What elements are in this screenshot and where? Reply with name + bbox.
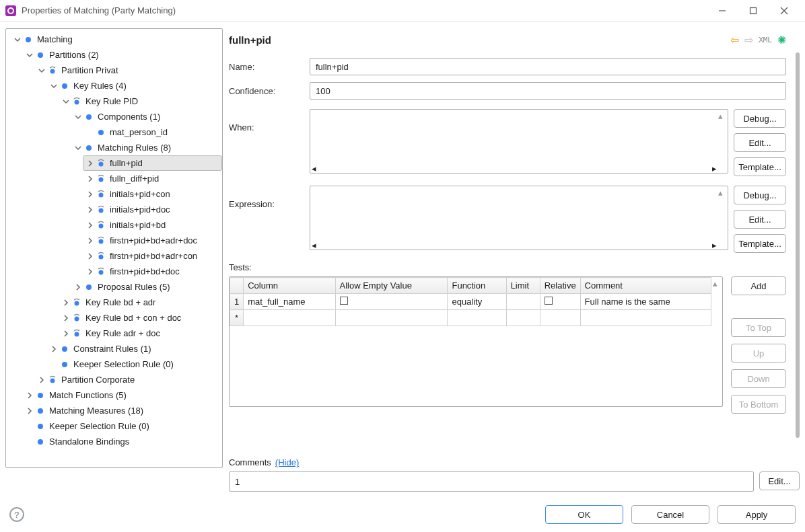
panel-scrollbar[interactable] — [796, 52, 800, 438]
chevron-right-icon[interactable] — [25, 391, 34, 400]
expr-edit-button[interactable]: Edit... — [734, 210, 786, 229]
when-debug-button[interactable]: Debug... — [734, 109, 786, 128]
scroll-left-icon[interactable]: ◂ — [312, 163, 316, 172]
chevron-right-icon[interactable] — [37, 375, 46, 385]
expr-template-button[interactable]: Template... — [734, 234, 786, 253]
minimize-button[interactable] — [707, 1, 738, 21]
chevron-down-icon[interactable] — [13, 35, 22, 44]
tree-components[interactable]: Components (1) — [71, 109, 222, 124]
chevron-right-icon[interactable] — [85, 252, 95, 261]
tree-partition-corporate[interactable]: Partition Corporate — [34, 372, 222, 387]
cancel-button[interactable]: Cancel — [631, 505, 709, 524]
to-bottom-button[interactable]: To Bottom — [731, 395, 786, 414]
tree-key-rule-bd-con-doc[interactable]: Key Rule bd + con + doc — [59, 310, 222, 326]
cell-limit[interactable] — [506, 294, 540, 310]
col-limit[interactable]: Limit — [506, 278, 540, 294]
tree-key-rule-bd-adr[interactable]: Key Rule bd + adr — [59, 295, 222, 310]
tree-rule-fulln-pid[interactable]: fulln+pid — [83, 155, 222, 171]
tree-partitions[interactable]: Partitions (2) — [22, 47, 222, 63]
tree-keeper-selection-2[interactable]: Keeper Selection Rule (0) — [22, 418, 222, 434]
to-top-button[interactable]: To Top — [731, 318, 786, 337]
name-input[interactable] — [310, 58, 786, 75]
back-arrow-icon[interactable]: ⇦ — [730, 34, 739, 46]
chevron-down-icon[interactable] — [25, 50, 34, 60]
comments-input[interactable] — [229, 471, 754, 492]
tree-keeper-selection[interactable]: Keeper Selection Rule (0) — [46, 356, 222, 372]
col-function[interactable]: Function — [448, 278, 506, 294]
chevron-down-icon[interactable] — [37, 66, 46, 75]
tree-rule-item[interactable]: initials+pid+bd — [83, 217, 222, 233]
scroll-right-icon[interactable]: ▸ — [712, 240, 717, 248]
cell-function[interactable]: equality — [448, 294, 506, 310]
col-allow-empty[interactable]: Allow Empty Value — [335, 278, 448, 294]
chevron-down-icon[interactable] — [49, 81, 59, 91]
chevron-right-icon[interactable] — [73, 282, 83, 292]
tree-rule-item[interactable]: initials+pid+doc — [83, 202, 222, 217]
apply-button[interactable]: Apply — [718, 505, 796, 524]
scroll-left-icon[interactable]: ◂ — [312, 240, 316, 248]
chevron-right-icon[interactable] — [61, 329, 71, 338]
chevron-right-icon[interactable] — [85, 221, 95, 230]
scroll-up-icon[interactable]: ▴ — [718, 188, 726, 196]
tree-panel[interactable]: Matching Partitions (2) — [5, 28, 223, 468]
confidence-input[interactable] — [310, 82, 786, 100]
tree-match-functions[interactable]: Match Functions (5) — [22, 387, 222, 403]
up-button[interactable]: Up — [731, 344, 786, 363]
add-button[interactable]: Add — [731, 276, 786, 295]
cell-allow-empty[interactable] — [335, 294, 448, 310]
tree-mat-person-id[interactable]: mat_person_id — [83, 124, 222, 140]
tree-key-rule-pid[interactable]: Key Rule PID — [59, 93, 222, 109]
close-button[interactable] — [769, 1, 800, 21]
chevron-right-icon[interactable] — [85, 205, 95, 215]
tree-standalone-bindings[interactable]: Standalone Bindings — [22, 434, 222, 449]
tree-partition-privat[interactable]: Partition Privat — [34, 63, 222, 78]
cell-column[interactable]: mat_full_name — [244, 294, 335, 310]
chevron-right-icon[interactable] — [61, 298, 71, 307]
table-row[interactable]: 1 mat_full_name equality Full name is th… — [230, 294, 711, 310]
down-button[interactable]: Down — [731, 369, 786, 388]
chevron-right-icon[interactable] — [85, 174, 95, 184]
help-icon[interactable]: ? — [9, 507, 24, 522]
expr-debug-button[interactable]: Debug... — [734, 186, 786, 204]
scroll-right-icon[interactable]: ▸ — [712, 163, 717, 172]
table-new-row[interactable]: * — [230, 310, 711, 326]
chevron-down-icon[interactable] — [73, 112, 83, 122]
chevron-right-icon[interactable] — [25, 406, 34, 416]
tree-rule-item[interactable]: initials+pid+con — [83, 186, 222, 202]
checkbox-icon[interactable] — [545, 297, 553, 305]
chevron-right-icon[interactable] — [61, 313, 71, 323]
tests-table[interactable]: ▴ Column Allow Empty Value Function Limi… — [229, 276, 723, 407]
when-template-button[interactable]: Template... — [734, 157, 786, 176]
cell-relative[interactable] — [540, 294, 580, 310]
tree-constraint-rules[interactable]: Constraint Rules (1) — [46, 341, 222, 356]
ok-button[interactable]: OK — [545, 505, 623, 524]
chevron-down-icon[interactable] — [61, 97, 71, 106]
col-comment[interactable]: Comment — [580, 278, 711, 294]
bug-icon[interactable]: ✺ — [777, 34, 786, 46]
tree-matching-rules[interactable]: Matching Rules (8) — [71, 140, 222, 155]
tree-rule-item[interactable]: firstn+pid+bd+adr+con — [83, 248, 222, 264]
comments-edit-button[interactable]: Edit... — [759, 471, 800, 490]
expression-textarea[interactable]: ▴ ◂▸ — [310, 186, 728, 250]
tree-matching[interactable]: Matching — [10, 32, 222, 47]
chevron-down-icon[interactable] — [73, 143, 83, 153]
xml-button[interactable]: XML — [759, 36, 772, 44]
scroll-up-icon[interactable]: ▴ — [713, 278, 721, 287]
tree-rule-item[interactable]: firstn+pid+bd+adr+doc — [83, 233, 222, 248]
chevron-right-icon[interactable] — [85, 236, 95, 245]
when-edit-button[interactable]: Edit... — [734, 133, 786, 152]
forward-arrow-icon[interactable]: ⇨ — [744, 34, 753, 46]
tree-key-rule-adr-doc[interactable]: Key Rule adr + doc — [59, 326, 222, 341]
cell-comment[interactable]: Full name is the same — [580, 294, 711, 310]
col-column[interactable]: Column — [244, 278, 335, 294]
tree-rule-item[interactable]: fulln_diff+pid — [83, 171, 222, 186]
chevron-right-icon[interactable] — [85, 190, 95, 199]
tree-rule-item[interactable]: firstn+pid+bd+doc — [83, 264, 222, 279]
tree-key-rules[interactable]: Key Rules (4) — [46, 78, 222, 93]
col-relative[interactable]: Relative — [540, 278, 580, 294]
tree-matching-measures[interactable]: Matching Measures (18) — [22, 403, 222, 418]
chevron-right-icon[interactable] — [85, 159, 95, 168]
checkbox-icon[interactable] — [340, 297, 348, 305]
when-textarea[interactable]: ▴ ◂▸ — [310, 109, 728, 174]
hide-comments-link[interactable]: (Hide) — [275, 457, 299, 467]
